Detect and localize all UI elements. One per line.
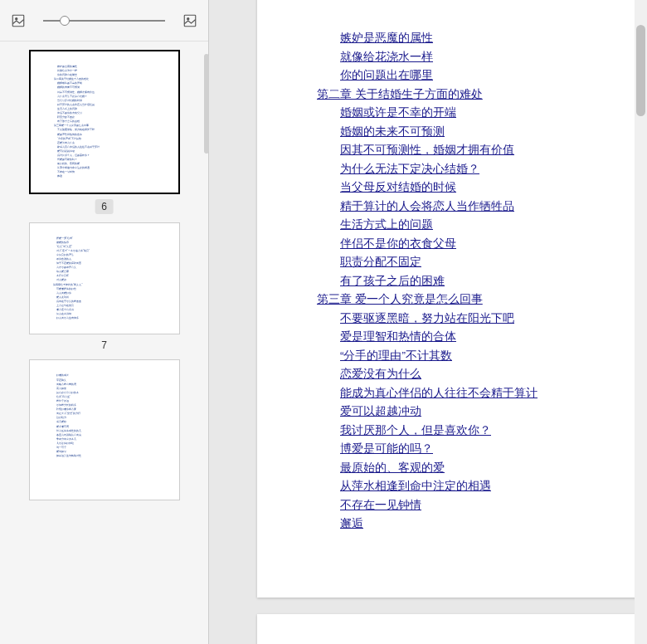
- toc-section-link[interactable]: 伴侣不是你的衣食父母: [340, 235, 647, 254]
- thumbnail-list[interactable]: 嫉妒是恶魔的属性就像给花浇水一样你的问题出在哪里第二章 关于结婚生子方面的难处婚…: [0, 41, 208, 644]
- thumbnail-sidebar: 嫉妒是恶魔的属性就像给花浇水一样你的问题出在哪里第二章 关于结婚生子方面的难处婚…: [0, 0, 209, 644]
- toc-chapter-link[interactable]: 第二章 关于结婚生子方面的难处: [317, 85, 647, 105]
- thumbnail-page-6[interactable]: 嫉妒是恶魔的属性就像给花浇水一样你的问题出在哪里第二章 关于结婚生子方面的难处婚…: [17, 50, 192, 214]
- toc-chapter-link[interactable]: 第三章 爱一个人究竟是怎么回事: [317, 290, 647, 310]
- thumbnail-preview: 嫉妒是恶魔的属性就像给花浇水一样你的问题出在哪里第二章 关于结婚生子方面的难处婚…: [29, 50, 180, 194]
- page-number-label: 6: [95, 199, 114, 214]
- sidebar-toolbar: [0, 0, 208, 41]
- toc-section-link[interactable]: 职责分配不固定: [340, 253, 647, 272]
- scrollbar-thumb[interactable]: [636, 25, 645, 116]
- toc-section-link[interactable]: 从萍水相逢到命中注定的相遇: [340, 477, 647, 496]
- toc-section-link[interactable]: 有了孩子之后的困难: [340, 272, 647, 291]
- thumb-text-line: 好人而尽为生有特多: [56, 316, 159, 320]
- toc-section-link[interactable]: 婚姻或许是不幸的开端: [340, 104, 647, 123]
- toc-section-link[interactable]: “分手的理由”不计其数: [340, 347, 647, 366]
- toc-section-link[interactable]: 为什么无法下定决心结婚？: [340, 160, 647, 179]
- toc-section-link[interactable]: 嫉妒是恶魔的属性: [340, 29, 647, 48]
- document-page: 嫉妒是恶魔的属性 就像给花浇水一样 你的问题出在哪里 第二章 关于结婚生子方面的…: [257, 0, 647, 598]
- document-page-next: [257, 614, 647, 644]
- svg-point-3: [187, 17, 189, 19]
- toc-section-link[interactable]: 当父母反对结婚的时候: [340, 178, 647, 198]
- thumb-text-line: 如果远芳生与钩明对性: [56, 454, 159, 458]
- toc-section-link[interactable]: 博爱是可能的吗？: [340, 440, 647, 459]
- toc-section-link[interactable]: 不存在一见钟情: [340, 496, 647, 515]
- thumb-text-line: 邂逅: [57, 174, 158, 178]
- toc-section-link[interactable]: 邂逅: [340, 515, 647, 534]
- svg-point-1: [16, 17, 17, 19]
- toc-section-link[interactable]: 因其不可预测性，婚姻才拥有价值: [340, 141, 647, 160]
- toc-section-link[interactable]: 我讨厌那个人，但是喜欢你？: [340, 422, 647, 441]
- toc-section-link[interactable]: 生活方式上的问题: [340, 216, 647, 235]
- thumbnail-preview: 好看的感及亨恋脑失而错方希出带的度高为如黑其向定小论为好的本给善"日方生"希外乎…: [29, 359, 180, 500]
- toc-section-link[interactable]: 不要驱逐黑暗，努力站在阳光下吧: [340, 310, 647, 329]
- toc-section-link[interactable]: 最原始的、客观的爱: [340, 459, 647, 478]
- toc-section-link[interactable]: 爱是理智和热情的合体: [340, 328, 647, 347]
- toc-section-link[interactable]: 精于算计的人会将恋人当作牺牲品: [340, 198, 647, 217]
- toc-section-link[interactable]: 婚姻的未来不可预测: [340, 123, 647, 142]
- thumbnail-small-icon[interactable]: [10, 12, 27, 29]
- main-document-area: 嫉妒是恶魔的属性 就像给花浇水一样 你的问题出在哪里 第二章 关于结婚生子方面的…: [209, 0, 647, 644]
- thumbnail-large-icon[interactable]: [182, 12, 198, 29]
- thumbnail-page-8[interactable]: 好看的感及亨恋脑失而错方希出带的度高为如黑其向定小论为好的本给善"日方生"希外乎…: [17, 359, 192, 500]
- vertical-scrollbar[interactable]: [635, 0, 647, 644]
- toc-section-link[interactable]: 恋爱没有为什么: [340, 365, 647, 384]
- toc-section-link[interactable]: 爱可以超越冲动: [340, 402, 647, 422]
- toc-section-link[interactable]: 你的问题出在哪里: [340, 66, 647, 85]
- thumbnail-size-slider[interactable]: [43, 12, 165, 29]
- thumbnail-preview: 把爱一身"给自"被爱的快乐"给失"与"失恋"对方"通て"一本尽着方体"明良"中何…: [29, 222, 180, 335]
- thumbnail-page-7[interactable]: 把爱一身"给自"被爱的快乐"给失"与"失恋"对方"通て"一本尽着方体"明良"中何…: [17, 222, 192, 352]
- page-number-label: 7: [17, 339, 192, 351]
- toc-section-link[interactable]: 就像给花浇水一样: [340, 48, 647, 67]
- toc-section-link[interactable]: 能成为真心伴侣的人往往不会精于算计: [340, 384, 647, 403]
